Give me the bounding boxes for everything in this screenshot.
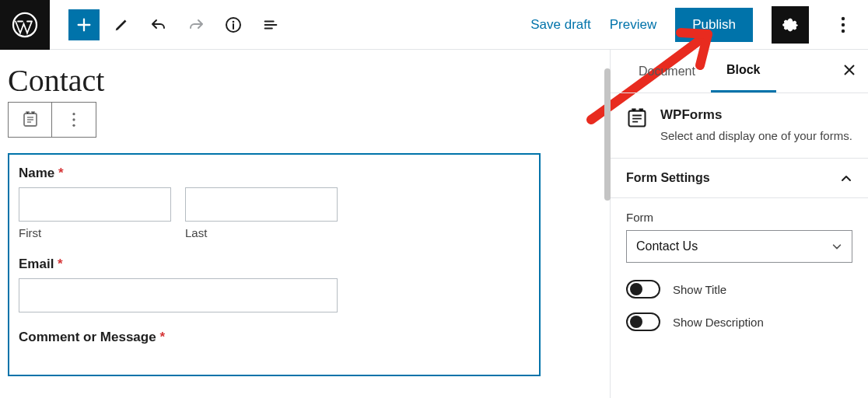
svg-point-9 — [72, 124, 75, 127]
required-marker: * — [159, 330, 165, 344]
name-row: First Last — [19, 187, 530, 239]
wordpress-icon — [11, 11, 39, 39]
show-description-label: Show Description — [673, 316, 764, 329]
gear-icon — [780, 15, 800, 35]
scrollbar[interactable] — [604, 68, 611, 201]
publish-button[interactable]: Publish — [675, 8, 753, 42]
email-row — [19, 278, 530, 312]
editor-topbar: Save draft Preview Publish — [0, 0, 868, 50]
comment-label-text: Comment or Message — [19, 330, 156, 344]
more-menu-button[interactable] — [828, 9, 859, 40]
form-settings-panel: Form Contact Us Show Title Show Descript… — [611, 198, 868, 364]
close-icon — [843, 64, 856, 76]
redo-button[interactable] — [180, 9, 212, 40]
tab-block[interactable]: Block — [711, 50, 776, 93]
last-name-input[interactable] — [185, 187, 338, 222]
email-label-text: Email — [19, 257, 54, 271]
form-settings-header[interactable]: Form Settings — [611, 159, 868, 198]
svg-point-3 — [842, 16, 845, 19]
comment-field-label: Comment or Message * — [19, 330, 530, 345]
editor-canvas[interactable]: Contact Name * First Last — [0, 50, 610, 398]
outline-button[interactable] — [255, 9, 286, 40]
chevron-down-icon — [831, 241, 842, 252]
info-icon — [224, 16, 243, 34]
settings-button[interactable] — [772, 6, 809, 44]
settings-sidebar: Document Block WPForms Select and displa… — [610, 50, 868, 398]
first-name-input[interactable] — [19, 187, 171, 222]
kebab-icon — [841, 16, 845, 33]
chevron-up-icon — [840, 172, 852, 184]
block-description: WPForms Select and display one of your f… — [611, 93, 868, 159]
required-marker: * — [58, 257, 63, 271]
sidebar-tabs: Document Block — [611, 50, 868, 93]
svg-point-2 — [233, 20, 235, 23]
wordpress-logo[interactable] — [0, 0, 50, 50]
block-more-button[interactable] — [52, 103, 96, 137]
svg-point-7 — [72, 113, 75, 115]
first-sublabel: First — [19, 226, 171, 239]
form-select-value: Contact Us — [636, 239, 698, 253]
form-select-label: Form — [626, 211, 852, 224]
form-block-icon — [21, 110, 40, 129]
required-marker: * — [58, 166, 64, 180]
editor-body: Contact Name * First Last — [0, 50, 868, 398]
undo-button[interactable] — [143, 9, 174, 40]
preview-link[interactable]: Preview — [610, 17, 656, 33]
wpforms-block[interactable]: Name * First Last Email * Comment or Me — [8, 153, 541, 376]
svg-point-8 — [72, 118, 75, 120]
form-settings-heading: Form Settings — [626, 171, 710, 185]
email-field-label: Email * — [19, 257, 530, 272]
show-description-toggle[interactable] — [626, 312, 660, 331]
name-label-text: Name — [19, 166, 54, 180]
svg-point-4 — [842, 23, 845, 26]
add-block-button[interactable] — [68, 9, 100, 40]
save-draft-link[interactable]: Save draft — [530, 17, 591, 33]
show-title-toggle[interactable] — [626, 280, 660, 298]
info-button[interactable] — [218, 9, 249, 40]
block-toolbar — [8, 102, 96, 138]
undo-icon — [149, 16, 168, 34]
kebab-icon — [72, 112, 76, 127]
redo-icon — [187, 16, 205, 34]
show-title-row: Show Title — [626, 280, 852, 298]
name-field-label: Name * — [19, 166, 530, 181]
block-title: WPForms — [660, 107, 852, 123]
page-title[interactable]: Contact — [8, 62, 602, 99]
show-title-label: Show Title — [673, 283, 726, 296]
pencil-icon — [113, 16, 130, 33]
form-select[interactable]: Contact Us — [626, 230, 852, 263]
close-sidebar-button[interactable] — [843, 62, 856, 80]
block-description-text: Select and display one of your forms. — [660, 127, 852, 144]
toolbar-left — [50, 9, 286, 40]
list-outline-icon — [262, 16, 279, 33]
email-input[interactable] — [19, 278, 338, 312]
show-description-row: Show Description — [626, 312, 852, 331]
form-block-icon — [626, 107, 648, 129]
block-type-button[interactable] — [9, 103, 52, 137]
tab-document[interactable]: Document — [623, 50, 711, 93]
toolbar-right: Save draft Preview Publish — [530, 6, 868, 44]
svg-point-5 — [842, 29, 845, 32]
edit-mode-button[interactable] — [106, 9, 137, 40]
plus-icon — [75, 16, 93, 33]
last-sublabel: Last — [185, 226, 338, 239]
